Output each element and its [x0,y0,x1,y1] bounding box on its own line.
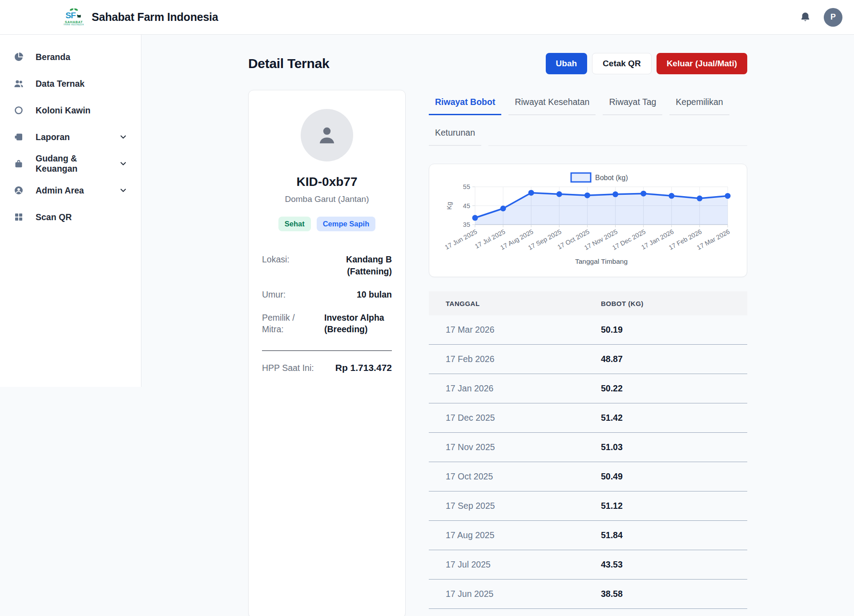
row-weight: 38.58 [601,589,747,599]
status-badge: Sehat [278,217,311,231]
table-row: 17 Oct 2025 50.49 [429,462,747,491]
svg-text:45: 45 [463,202,470,209]
detail-value: 10 bulan [315,289,392,300]
main-content: Detail Ternak UbahCetak QRKeluar (Jual/M… [141,35,854,616]
page-actions: UbahCetak QRKeluar (Jual/Mati) [546,53,747,74]
row-weight: 51.84 [601,530,747,540]
sidebar-item-gudang-keuangan[interactable]: Gudang & Keuangan [0,150,141,177]
sidebar-item-label: Gudang & Keuangan [36,153,119,174]
detail-row: Pemilik / Mitra: Investor Alpha (Breedin… [262,312,392,335]
ring-icon [13,105,24,116]
sidebar-item-data-ternak[interactable]: Data Ternak [0,70,141,97]
row-date: 17 Jul 2025 [429,560,601,570]
table-row: 17 Jan 2026 50.22 [429,374,747,403]
weight-table: TANGGAL BOBOT (KG) 17 Mar 2026 50.19 17 … [429,291,747,609]
animal-id: KID-0xb77 [262,175,392,189]
pie-chart-icon [13,52,24,62]
row-weight: 51.12 [601,501,747,511]
action-ubah[interactable]: Ubah [546,53,588,74]
hpp-label: HPP Saat Ini: [262,363,314,373]
table-row: 17 Dec 2025 51.42 [429,403,747,433]
row-date: 17 Mar 2026 [429,325,601,335]
page-title: Detail Ternak [248,56,329,71]
row-weight: 48.87 [601,354,747,364]
sidebar-item-label: Scan QR [36,212,72,222]
sidebar-item-laporan[interactable]: Laporan [0,124,141,150]
history-panel: Riwayat BobotRiwayat KesehatanRiwayat Ta… [429,90,747,609]
logo-subtitle: SAHABAT [65,20,83,24]
goat-icon [76,13,82,20]
tab-riwayat-bobot[interactable]: Riwayat Bobot [429,97,501,115]
row-date: 17 Oct 2025 [429,471,601,482]
animal-badges: SehatCempe Sapih [262,217,392,231]
row-weight: 51.03 [601,442,747,452]
tab-riwayat-tag[interactable]: Riwayat Tag [603,97,662,115]
action-cetak-qr[interactable]: Cetak QR [592,53,652,74]
row-date: 17 Dec 2025 [429,413,601,423]
tab-bar-row-2: Keturunan [429,128,747,146]
brand-title: Sahabat Farm Indonesia [92,11,218,24]
hpp-row: HPP Saat Ini: Rp 1.713.472 [262,362,392,373]
sidebar-item-label: Admin Area [36,185,84,196]
table-row: 17 Sep 2025 51.12 [429,491,747,521]
tab-riwayat-kesehatan[interactable]: Riwayat Kesehatan [508,97,596,115]
row-date: 17 Sep 2025 [429,501,601,511]
user-circle-icon [13,185,24,196]
svg-text:Bobot (kg): Bobot (kg) [595,174,628,181]
user-avatar[interactable]: P [824,8,842,27]
hpp-value: Rp 1.713.472 [335,362,392,373]
row-weight: 51.42 [601,413,747,423]
animal-breed: Domba Garut (Jantan) [262,194,392,204]
chevron-down-icon [119,133,128,141]
svg-text:17 Jun 2025: 17 Jun 2025 [443,228,478,251]
column-header-bobot: BOBOT (KG) [601,300,747,307]
detail-label: Umur: [262,289,315,300]
chevron-down-icon [119,186,128,195]
chevron-down-icon [119,159,128,168]
tab-kepemilikan[interactable]: Kepemilikan [669,97,729,115]
row-weight: 43.53 [601,560,747,570]
column-header-tanggal: TANGGAL [429,300,601,307]
animal-details: Lokasi: Kandang B (Fattening) Umur: 10 b… [262,254,392,335]
leaf-icon [70,8,78,11]
tab-keturunan[interactable]: Keturunan [429,128,481,146]
row-weight: 50.19 [601,325,747,335]
logo-subtitle-2: FARM INDONESIA [64,24,84,26]
row-weight: 50.49 [601,471,747,482]
detail-value: Investor Alpha (Breeding) [315,312,392,335]
table-row: 17 Jul 2025 43.53 [429,550,747,580]
detail-label: Lokasi: [262,254,315,277]
status-badge: Cempe Sapih [317,217,376,231]
detail-label: Pemilik / Mitra: [262,312,315,335]
sidebar-item-koloni-kawin[interactable]: Koloni Kawin [0,97,141,124]
sidebar-item-label: Data Ternak [36,79,85,89]
row-date: 17 Nov 2025 [429,442,601,452]
brand-logo: SF SAHABAT FARM INDONESIA [62,8,85,26]
weight-chart: 35455517 Jun 202517 Jul 202517 Aug 20251… [441,171,729,268]
sidebar: Beranda Data Ternak Koloni Kawin Laporan… [0,35,141,387]
top-bar: SF SAHABAT FARM INDONESIA Sahabat Farm I… [0,0,854,35]
weight-table-header: TANGGAL BOBOT (KG) [429,291,747,315]
detail-row: Umur: 10 bulan [262,289,392,300]
report-icon [13,132,24,142]
bag-icon [13,158,24,169]
svg-text:Kg: Kg [446,202,453,210]
sidebar-item-label: Laporan [36,132,70,142]
sidebar-item-scan-qr[interactable]: Scan QR [0,204,141,230]
table-row: 17 Aug 2025 51.84 [429,521,747,550]
tab-bar-filler [488,128,747,146]
weight-table-body: 17 Mar 2026 50.19 17 Feb 2026 48.87 17 J… [429,315,747,609]
svg-text:55: 55 [463,183,470,190]
person-icon [314,122,340,148]
table-row: 17 Feb 2026 48.87 [429,345,747,374]
sidebar-item-beranda[interactable]: Beranda [0,44,141,70]
tab-bar-row-1: Riwayat BobotRiwayat KesehatanRiwayat Ta… [429,97,747,115]
notification-bell-icon[interactable] [799,11,811,23]
svg-text:35: 35 [463,221,470,228]
table-row: 17 Jun 2025 38.58 [429,580,747,609]
sidebar-item-admin-area[interactable]: Admin Area [0,177,141,204]
row-date: 17 Jan 2026 [429,383,601,394]
svg-text:Tanggal Timbang: Tanggal Timbang [575,258,628,265]
grid-icon [13,212,24,222]
action-keluar-jual-mati[interactable]: Keluar (Jual/Mati) [657,53,747,74]
